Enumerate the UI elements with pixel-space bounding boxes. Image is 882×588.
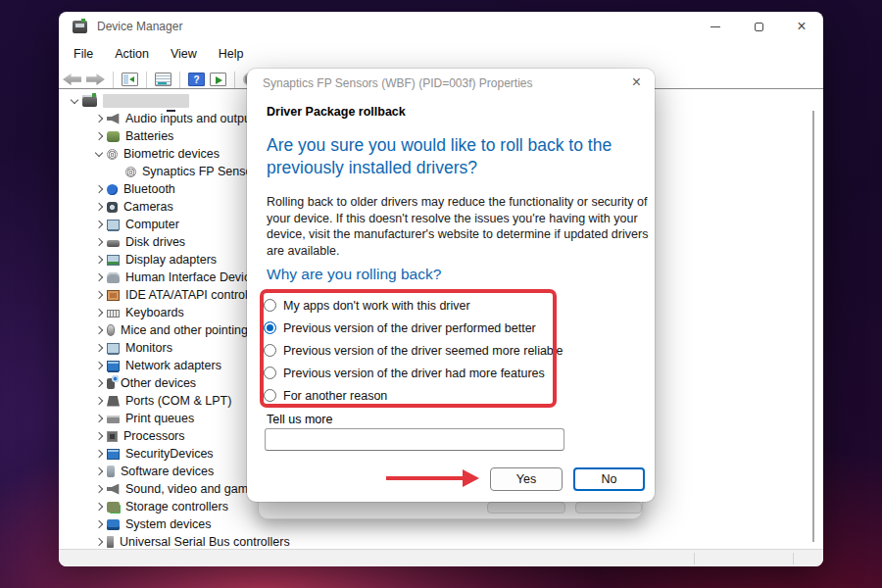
radio-unselected-icon[interactable] [264, 344, 276, 357]
tree-item-label: Biometric devices [123, 147, 220, 161]
tree-item-label: Display adapters [125, 253, 217, 267]
chevron-right-icon[interactable] [91, 204, 107, 210]
hid-icon [107, 272, 120, 283]
hidden-button-stub [575, 502, 642, 514]
disk-icon [107, 240, 120, 247]
back-arrow-icon[interactable] [63, 74, 81, 85]
rollback-question: Are you sure you would like to roll back… [267, 134, 641, 179]
chevron-right-icon[interactable] [91, 398, 107, 404]
window-controls: × [694, 12, 823, 41]
chevron-right-icon[interactable] [91, 116, 107, 122]
chevron-down-icon[interactable] [91, 152, 107, 156]
chevron-right-icon[interactable] [91, 221, 107, 227]
chevron-right-icon[interactable] [91, 186, 107, 192]
tree-item-label: SecurityDevices [125, 447, 214, 461]
monitor-icon [107, 220, 120, 230]
menu-bar: FileActionViewHelp [65, 43, 253, 65]
chevron-right-icon[interactable] [91, 274, 107, 280]
chevron-right-icon[interactable] [91, 345, 107, 351]
tree-item-label: Human Interface Devices [125, 270, 263, 284]
console-tree-icon[interactable] [122, 73, 138, 86]
option-label: My apps don't work with this driver [283, 299, 470, 313]
chevron-right-icon[interactable] [91, 257, 107, 263]
rollback-dialog: Synaptics FP Sensors (WBF) (PID=003f) Pr… [247, 69, 655, 502]
minimize-icon[interactable] [694, 12, 737, 41]
tree-item-label: Synaptics FP Sensors [142, 165, 263, 178]
tree-item-label: System devices [125, 517, 212, 531]
chevron-right-icon[interactable] [91, 504, 107, 510]
rollback-reason-option[interactable]: Previous version of the driver seemed mo… [264, 339, 564, 362]
menu-item-help[interactable]: Help [210, 45, 253, 63]
chevron-right-icon[interactable] [91, 486, 107, 492]
tree-item-label: Disk drives [125, 235, 185, 249]
fingerprint-icon [107, 149, 118, 160]
status-bar [59, 549, 823, 566]
tree-item-label: Keyboards [125, 306, 184, 319]
close-icon[interactable]: × [780, 12, 823, 41]
menu-item-file[interactable]: File [65, 45, 102, 63]
window-title: Device Manager [97, 20, 182, 33]
dialog-title: Synaptics FP Sensors (WBF) (PID=003f) Pr… [263, 76, 533, 90]
camera-icon [107, 202, 118, 213]
chevron-right-icon[interactable] [91, 363, 107, 368]
chevron-right-icon[interactable] [91, 451, 107, 457]
software-icon [107, 466, 115, 477]
show-window-icon[interactable] [210, 73, 226, 86]
radio-unselected-icon[interactable] [264, 367, 276, 379]
rollback-reason-option[interactable]: My apps don't work with this driver [264, 294, 564, 317]
tree-item-label: Other devices [121, 376, 196, 390]
chevron-right-icon[interactable] [91, 292, 107, 298]
tree-item-label: Processors [123, 429, 185, 443]
chevron-right-icon[interactable] [91, 433, 107, 439]
tell-us-more-input[interactable] [265, 428, 564, 451]
chevron-right-icon[interactable] [91, 539, 107, 545]
rollback-reason-options: My apps don't work with this driverPrevi… [264, 294, 564, 407]
yes-button[interactable]: Yes [490, 467, 563, 491]
chevron-right-icon[interactable] [91, 380, 107, 386]
menu-item-view[interactable]: View [162, 45, 206, 63]
chevron-right-icon[interactable] [91, 521, 107, 527]
option-label: Previous version of the driver performed… [283, 321, 536, 335]
battery-icon [107, 131, 120, 142]
properties-icon[interactable] [155, 73, 172, 86]
forward-arrow-icon[interactable] [86, 74, 105, 85]
chevron-right-icon[interactable] [91, 327, 107, 333]
radio-unselected-icon[interactable] [264, 389, 276, 402]
annotation-arrow-icon [386, 468, 480, 488]
port-icon [107, 396, 120, 407]
rollback-reason-option[interactable]: Previous version of the driver had more … [264, 362, 564, 384]
help-icon[interactable]: ? [188, 73, 205, 86]
tree-scrollbar[interactable] [812, 111, 814, 542]
dialog-close-icon[interactable]: × [632, 74, 641, 91]
tree-item[interactable]: Universal Serial Bus controllers [65, 533, 809, 549]
storage-icon [107, 502, 120, 513]
option-label: For another reason [283, 389, 387, 403]
no-button[interactable]: No [573, 467, 645, 491]
maximize-icon[interactable] [737, 12, 780, 41]
toolbar-separator [234, 72, 235, 88]
printer-icon [107, 416, 120, 423]
chevron-down-icon[interactable] [67, 99, 82, 103]
tree-item-label: Ports (COM & LPT) [125, 394, 231, 408]
chevron-right-icon[interactable] [91, 310, 107, 316]
chevron-right-icon[interactable] [91, 468, 107, 474]
dialog-header: Driver Package rollback [267, 105, 406, 119]
chevron-right-icon[interactable] [91, 416, 107, 421]
radio-unselected-icon[interactable] [264, 299, 276, 312]
rollback-reason-option[interactable]: Previous version of the driver performed… [264, 317, 564, 339]
tree-item-label: Network adapters [125, 359, 221, 372]
hidden-button-stub [487, 502, 565, 514]
tree-item-label: Print queues [125, 412, 194, 425]
usb-icon [107, 536, 114, 548]
speaker-icon [107, 484, 120, 495]
chevron-right-icon[interactable] [91, 239, 107, 245]
tree-item-label: Computer [125, 218, 179, 231]
tree-item-label: Cameras [123, 200, 173, 214]
redacted-computer-name [103, 94, 189, 108]
bluetooth-icon [107, 184, 118, 195]
rollback-reason-option[interactable]: For another reason [264, 384, 564, 407]
statusbar-separator [694, 553, 695, 564]
menu-item-action[interactable]: Action [106, 45, 158, 63]
radio-selected-icon[interactable] [264, 321, 276, 334]
chevron-right-icon[interactable] [91, 133, 107, 139]
